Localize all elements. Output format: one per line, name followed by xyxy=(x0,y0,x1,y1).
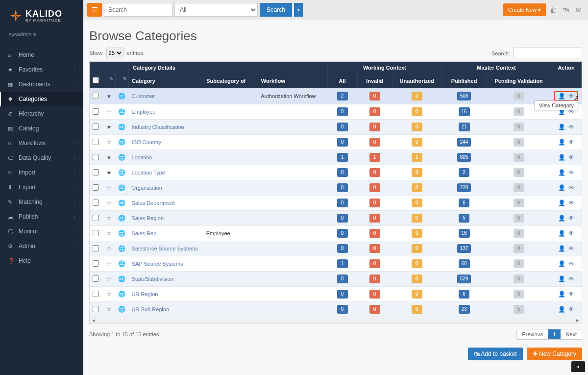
pending-badge[interactable]: 0 xyxy=(514,153,524,162)
all-badge[interactable]: 0 xyxy=(337,305,348,314)
row-checkbox[interactable] xyxy=(93,230,99,236)
pending-badge[interactable]: 0 xyxy=(514,259,524,268)
sidebar-item-dashboards[interactable]: ▦Dashboards‹ xyxy=(0,77,83,92)
user-icon[interactable]: 👤 xyxy=(558,306,565,313)
col-workflow[interactable]: Workflow xyxy=(258,74,327,88)
row-checkbox[interactable] xyxy=(93,260,99,267)
all-badge[interactable]: 0 xyxy=(337,214,348,223)
user-icon[interactable]: 👤 xyxy=(558,169,565,176)
sidebar-item-data-quality[interactable]: 🖵Data Quality‹ xyxy=(0,150,83,165)
sidebar-item-matching[interactable]: ✎Matching‹ xyxy=(0,195,83,209)
favorite-toggle[interactable]: ☆ xyxy=(102,196,115,211)
next-page-button[interactable]: Next xyxy=(561,329,582,339)
published-badge[interactable]: 23 xyxy=(459,305,470,314)
view-icon[interactable]: 👁 xyxy=(568,93,574,100)
prev-page-button[interactable]: Previous xyxy=(517,329,548,339)
unauthorized-badge[interactable]: 0 xyxy=(412,244,422,253)
unauthorized-badge[interactable]: 0 xyxy=(412,214,422,223)
table-row[interactable]: ☆🌐Salesforce Source Systems0001370👤👁 xyxy=(90,241,582,256)
all-badge[interactable]: 0 xyxy=(337,275,348,283)
view-icon[interactable]: 👁 xyxy=(568,245,574,252)
horizontal-scrollbar[interactable]: ◄ ► xyxy=(90,317,582,324)
scroll-left-button[interactable]: ◄ xyxy=(90,318,98,323)
unauthorized-badge[interactable]: 0 xyxy=(412,168,422,177)
user-icon[interactable]: 👤 xyxy=(558,230,565,237)
pending-badge[interactable]: 0 xyxy=(514,199,524,207)
invalid-badge[interactable]: 0 xyxy=(369,183,380,192)
row-checkbox[interactable] xyxy=(93,200,99,206)
invalid-badge[interactable]: 0 xyxy=(369,305,380,314)
published-badge[interactable]: 60 xyxy=(459,259,470,268)
unauthorized-badge[interactable]: 0 xyxy=(412,305,422,314)
row-checkbox[interactable] xyxy=(93,215,99,221)
favorite-toggle[interactable]: ★ xyxy=(102,120,115,135)
pending-badge[interactable]: 0 xyxy=(514,123,524,131)
view-icon[interactable]: 👁 xyxy=(568,260,574,267)
unauthorized-badge[interactable]: 0 xyxy=(412,290,422,299)
unauthorized-badge[interactable]: 1 xyxy=(412,153,422,162)
search-button[interactable]: Search xyxy=(260,3,292,17)
sidebar-item-publish[interactable]: ☁Publish‹ xyxy=(0,209,83,224)
favorite-toggle[interactable]: ☆ xyxy=(102,272,115,287)
published-badge[interactable]: 5 xyxy=(459,214,469,223)
col-favorite[interactable]: ⇅ xyxy=(102,74,115,88)
scroll-right-button[interactable]: ► xyxy=(574,318,582,323)
col-subcategory[interactable]: Subcategory of xyxy=(203,74,258,88)
favorite-toggle[interactable]: ☆ xyxy=(102,241,115,256)
pending-badge[interactable]: 0 xyxy=(514,214,524,223)
category-link[interactable]: ISO Country xyxy=(132,139,162,145)
user-icon[interactable]: 👤 xyxy=(558,124,565,130)
trash-icon[interactable]: 🗑 xyxy=(548,6,559,14)
invalid-badge[interactable]: 0 xyxy=(369,138,380,147)
pending-badge[interactable]: 0 xyxy=(514,290,524,299)
unauthorized-badge[interactable]: 0 xyxy=(412,123,422,131)
table-row[interactable]: ★🌐Location1118050👤👁 xyxy=(90,150,582,165)
col-all[interactable]: All xyxy=(327,74,357,88)
view-icon[interactable]: 👁 xyxy=(568,154,574,161)
favorite-toggle[interactable]: ★ xyxy=(102,165,115,180)
pending-badge[interactable]: 0 xyxy=(514,275,524,283)
unauthorized-badge[interactable]: 0 xyxy=(412,183,422,192)
favorite-toggle[interactable]: ☆ xyxy=(102,287,115,302)
invalid-badge[interactable]: 0 xyxy=(369,107,380,116)
sidebar-item-export[interactable]: ⬇Export‹ xyxy=(0,180,83,195)
all-badge[interactable]: 0 xyxy=(337,183,348,192)
table-row[interactable]: ☆🌐Sales RepEmployee000160👤👁 xyxy=(90,226,582,241)
row-checkbox[interactable] xyxy=(93,93,99,99)
category-link[interactable]: Location Type xyxy=(132,170,165,175)
published-badge[interactable]: 16 xyxy=(459,107,470,116)
user-icon[interactable]: 👤 xyxy=(558,275,565,282)
invalid-badge[interactable]: 0 xyxy=(369,290,380,299)
invalid-badge[interactable]: 0 xyxy=(369,275,380,283)
pending-badge[interactable]: 0 xyxy=(514,138,524,147)
pending-badge[interactable]: 0 xyxy=(514,229,524,238)
row-checkbox[interactable] xyxy=(93,184,99,191)
col-unauthorized[interactable]: Unauthorized xyxy=(392,74,441,88)
favorite-toggle[interactable]: ☆ xyxy=(102,180,115,196)
view-icon[interactable]: 👁 xyxy=(568,139,574,146)
category-link[interactable]: Location xyxy=(132,154,152,160)
unauthorized-badge[interactable]: 0 xyxy=(412,138,422,147)
row-checkbox[interactable] xyxy=(93,169,99,175)
menu-toggle-button[interactable]: ☰ xyxy=(87,3,102,17)
published-badge[interactable]: 16 xyxy=(459,229,470,238)
all-badge[interactable]: 0 xyxy=(337,107,348,116)
category-link[interactable]: Sales Rep xyxy=(132,230,157,236)
sidebar-item-hierarchy[interactable]: ⇵Hierarchy xyxy=(0,106,83,121)
unauthorized-badge[interactable]: 0 xyxy=(412,107,422,116)
published-badge[interactable]: 508 xyxy=(457,92,471,100)
row-checkbox[interactable] xyxy=(93,124,99,130)
new-category-button[interactable]: ✚ New Category xyxy=(527,348,582,360)
user-icon[interactable]: 👤 xyxy=(558,154,565,161)
row-checkbox[interactable] xyxy=(93,275,99,282)
all-badge[interactable]: 0 xyxy=(337,229,348,238)
published-badge[interactable]: 2 xyxy=(459,168,469,177)
pending-badge[interactable]: 5 xyxy=(514,305,524,314)
published-badge[interactable]: 805 xyxy=(457,153,471,162)
mail-icon[interactable]: ✉ xyxy=(573,6,584,14)
published-badge[interactable]: 529 xyxy=(457,275,471,283)
col-type-icon[interactable]: ⇅ xyxy=(115,74,128,88)
page-1-button[interactable]: 1 xyxy=(548,329,561,339)
favorite-toggle[interactable]: ☆ xyxy=(102,226,115,241)
favorite-toggle[interactable]: ★ xyxy=(102,150,115,165)
